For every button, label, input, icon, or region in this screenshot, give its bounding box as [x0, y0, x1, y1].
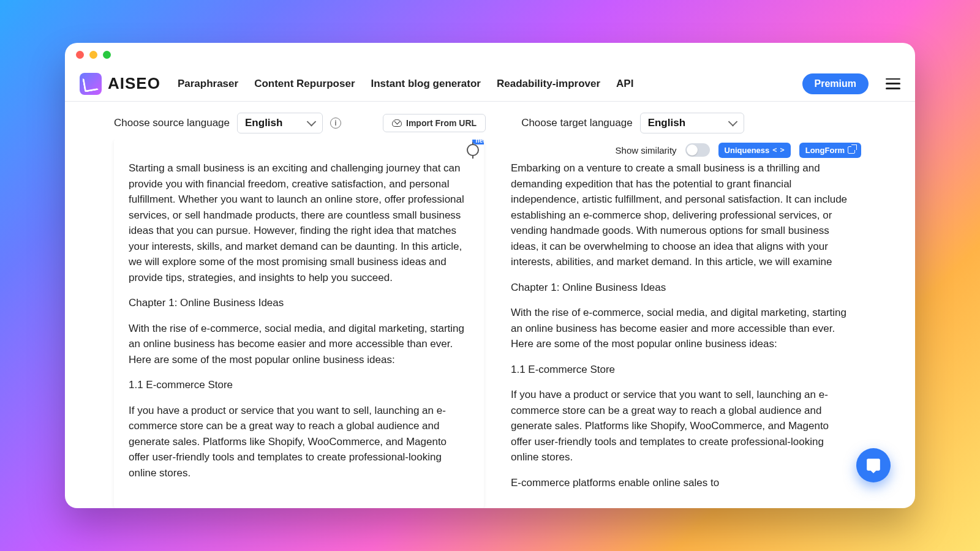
nav-paraphraser[interactable]: Paraphraser — [178, 78, 238, 90]
window-close-dot[interactable] — [76, 51, 84, 59]
premium-button[interactable]: Premium — [802, 73, 869, 94]
chevron-left-icon: < — [772, 146, 777, 154]
target-paragraph: Embarking on a venture to create a small… — [511, 160, 851, 270]
target-paragraph: 1.1 E-commerce Store — [511, 362, 851, 378]
target-paragraph: With the rise of e-commerce, social medi… — [511, 305, 851, 352]
new-badge: new — [472, 140, 484, 144]
language-toolbar: Choose source language English i Import … — [65, 102, 915, 140]
source-text-area[interactable]: Starting a small business is an exciting… — [114, 160, 484, 508]
brand-logo[interactable]: AISEO — [80, 73, 160, 95]
target-language-select[interactable]: English — [640, 113, 744, 133]
source-language-label: Choose source language — [114, 117, 230, 129]
source-paragraph: 1.1 E-commerce Store — [129, 377, 469, 393]
main-nav: Paraphraser Content Repurposer Instant b… — [178, 78, 634, 90]
longform-button[interactable]: LongForm — [799, 143, 861, 158]
info-icon[interactable]: i — [330, 118, 341, 129]
import-label: Import From URL — [406, 118, 477, 128]
nav-readability-improver[interactable]: Readability-improver — [497, 78, 600, 90]
chat-widget-button[interactable] — [856, 448, 891, 482]
window-maximize-dot[interactable] — [103, 51, 111, 59]
logo-mark-icon — [80, 73, 102, 95]
brand-name: AISEO — [108, 74, 160, 93]
target-panel: Show similarity Uniqueness < > LongForm … — [496, 140, 866, 508]
target-paragraph: If you have a product or service that yo… — [511, 387, 851, 465]
target-language-label: Choose target language — [521, 117, 632, 129]
chat-icon — [865, 457, 881, 473]
target-text-area[interactable]: Embarking on a venture to create a small… — [496, 160, 866, 508]
chevron-right-icon: > — [780, 146, 785, 154]
show-similarity-label: Show similarity — [616, 145, 677, 156]
source-paragraph: Starting a small business is an exciting… — [129, 160, 469, 285]
window-minimize-dot[interactable] — [89, 51, 97, 59]
longform-label: LongForm — [805, 146, 845, 155]
source-panel: new Starting a small business is an exci… — [114, 140, 484, 508]
editor-panels: new Starting a small business is an exci… — [65, 140, 915, 508]
target-paragraph: Chapter 1: Online Business Ideas — [511, 280, 851, 296]
nav-instant-blog-generator[interactable]: Instant blog generator — [371, 78, 481, 90]
nav-api[interactable]: API — [616, 78, 633, 90]
import-from-url-button[interactable]: Import From URL — [383, 114, 486, 132]
show-similarity-toggle[interactable] — [685, 143, 710, 157]
source-paragraph: Chapter 1: Online Business Ideas — [129, 295, 469, 311]
nav-content-repurposer[interactable]: Content Repurposer — [254, 78, 355, 90]
source-settings-button[interactable]: new — [467, 144, 479, 156]
source-paragraph: If you have a product or service that yo… — [129, 403, 469, 481]
cloud-upload-icon — [392, 119, 402, 127]
source-paragraph: With the rise of e-commerce, social medi… — [129, 321, 469, 368]
external-link-icon — [848, 146, 855, 154]
app-header: AISEO Paraphraser Content Repurposer Ins… — [65, 66, 915, 102]
target-language-value: English — [648, 117, 685, 129]
gear-icon — [467, 144, 479, 156]
window-titlebar — [65, 43, 915, 66]
target-paragraph: E-commerce platforms enable online sales… — [511, 475, 851, 491]
uniqueness-button[interactable]: Uniqueness < > — [718, 143, 791, 158]
menu-icon[interactable] — [886, 78, 900, 89]
source-language-value: English — [245, 117, 282, 129]
source-language-select[interactable]: English — [237, 113, 323, 133]
app-window: AISEO Paraphraser Content Repurposer Ins… — [65, 43, 915, 508]
uniqueness-label: Uniqueness — [725, 146, 770, 155]
